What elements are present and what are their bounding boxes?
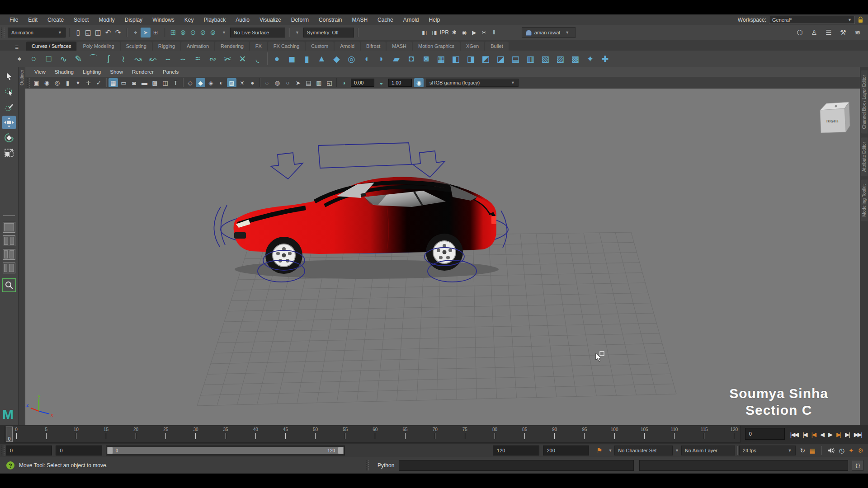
panel-toolbar-icon[interactable]: ▭ bbox=[119, 78, 128, 87]
move-tool[interactable] bbox=[2, 116, 16, 129]
file-icon[interactable]: ↷ bbox=[113, 28, 123, 38]
shelf-tab[interactable]: Arnold bbox=[335, 42, 360, 51]
view-cube[interactable]: RIGHT bbox=[820, 102, 850, 133]
menu-item[interactable]: Arnold bbox=[399, 15, 423, 24]
shelf-tool-icon[interactable]: ▧ bbox=[538, 52, 553, 66]
viewport-3d-canvas[interactable]: RIGHT y x z bbox=[25, 89, 860, 425]
shelf-tool-icon[interactable]: ✎ bbox=[71, 52, 86, 66]
selection-mode-icon[interactable]: ⌖ bbox=[131, 28, 141, 38]
panel-toolbar-icon[interactable]: ◱ bbox=[325, 78, 334, 87]
current-time-indicator[interactable]: 0 bbox=[6, 427, 13, 442]
panel-menu-item[interactable]: Shading bbox=[50, 68, 78, 75]
chevron-down-icon[interactable]: ▼ bbox=[295, 30, 299, 35]
menu-item[interactable]: Windows bbox=[148, 15, 179, 24]
snap-icon[interactable]: ⊘ bbox=[198, 28, 208, 38]
shelf-tool-icon[interactable]: ✂ bbox=[220, 52, 235, 66]
menu-item[interactable]: Visualize bbox=[255, 15, 285, 24]
exposure-field[interactable]: 0.00 bbox=[351, 79, 374, 87]
scale-tool[interactable] bbox=[2, 146, 16, 160]
shelf-tool-icon[interactable]: ▦ bbox=[434, 52, 448, 66]
zoom-layout-button[interactable] bbox=[2, 278, 16, 292]
range-end-handle[interactable] bbox=[338, 447, 344, 454]
menu-item[interactable]: Constrain bbox=[315, 15, 346, 24]
shelf-tool-icon[interactable]: ◙ bbox=[419, 52, 434, 66]
shelf-gear-icon[interactable]: ✱ bbox=[13, 56, 26, 61]
panel-menu-item[interactable]: Show bbox=[105, 68, 127, 75]
playback-start-field[interactable]: 0 bbox=[56, 446, 102, 455]
playback-button[interactable]: ▶| bbox=[835, 430, 842, 439]
time-snap-icon[interactable]: ◷ bbox=[839, 447, 844, 454]
menu-item[interactable]: File bbox=[5, 15, 22, 24]
shelf-tab[interactable]: Bullet bbox=[485, 42, 509, 51]
chevron-down-icon[interactable]: ▼ bbox=[675, 448, 679, 453]
shelf-tool-icon[interactable]: ∫ bbox=[101, 52, 116, 66]
panel-menu-item[interactable]: Renderer bbox=[127, 68, 158, 75]
auto-keyframe-icon[interactable]: ▦ bbox=[809, 447, 815, 454]
selection-mode-icon[interactable]: ➤ bbox=[141, 28, 151, 38]
menu-item[interactable]: Create bbox=[43, 15, 68, 24]
shelf-tool-icon[interactable]: ▲ bbox=[314, 52, 329, 66]
shelf-tool-icon[interactable]: ● bbox=[269, 52, 284, 66]
menu-item[interactable]: Cache bbox=[373, 15, 397, 24]
panel-toolbar-icon[interactable]: ◐ bbox=[217, 78, 226, 87]
shelf-tool-icon[interactable]: ⌣ bbox=[160, 52, 175, 66]
render-icon[interactable]: ◉ bbox=[459, 28, 469, 38]
panel-toolbar-icon[interactable]: ▤ bbox=[304, 78, 313, 87]
symmetry-select[interactable]: Symmetry: Off bbox=[303, 28, 354, 38]
shelf-tab[interactable]: Motion Graphics bbox=[413, 42, 460, 51]
panel-toolbar-icon[interactable]: ◫ bbox=[160, 78, 170, 87]
select-tool[interactable] bbox=[2, 70, 16, 83]
menu-item[interactable]: Key bbox=[180, 15, 198, 24]
shelf-tool-icon[interactable]: ⌒ bbox=[86, 52, 101, 66]
shelf-tool-icon[interactable]: ◖ bbox=[359, 52, 374, 66]
shelf-tab[interactable]: Rendering bbox=[215, 42, 249, 51]
file-icon[interactable]: ◫ bbox=[93, 28, 103, 38]
panel-toolbar-icon[interactable]: ◇ bbox=[185, 78, 195, 87]
sidebar-toggle-icon[interactable]: ≋ bbox=[853, 28, 863, 38]
contrast-icon[interactable]: ◒ bbox=[377, 78, 386, 87]
shelf-tool-icon[interactable]: ↝ bbox=[131, 52, 146, 66]
shelf-tool-icon[interactable]: ▤ bbox=[508, 52, 523, 66]
current-frame-field[interactable]: 0 bbox=[745, 428, 785, 440]
menu-item[interactable]: Deform bbox=[287, 15, 313, 24]
contrast-field[interactable]: 1.00 bbox=[388, 79, 412, 87]
shelf-tab[interactable]: FX Caching bbox=[268, 42, 305, 51]
menu-item[interactable]: Help bbox=[425, 15, 444, 24]
playback-button[interactable]: |◀◀ bbox=[788, 430, 800, 439]
shelf-tool-icon[interactable]: ✦ bbox=[583, 52, 598, 66]
panel-toolbar-icon[interactable]: ▮ bbox=[63, 78, 72, 87]
shelf-tool-icon[interactable]: ◗ bbox=[374, 52, 389, 66]
range-start-handle[interactable] bbox=[107, 447, 113, 454]
shelf-menu-icon[interactable]: ☰ bbox=[11, 46, 23, 50]
menu-item[interactable]: Audio bbox=[231, 15, 254, 24]
outliner-panel-collapsed[interactable]: Outliner bbox=[18, 67, 25, 425]
shelf-tab[interactable]: MASH bbox=[387, 42, 412, 51]
shelf-tool-icon[interactable]: ◘ bbox=[404, 52, 419, 66]
file-icon[interactable]: ▯ bbox=[73, 28, 83, 38]
panel-menu-item[interactable]: Panels bbox=[158, 68, 183, 75]
render-icon[interactable]: ✂ bbox=[479, 28, 489, 38]
panel-toolbar-icon[interactable]: ☀ bbox=[237, 78, 247, 87]
sidebar-toggle-icon[interactable]: ⚒ bbox=[838, 28, 848, 38]
panel-toolbar-icon[interactable]: ▩ bbox=[150, 78, 160, 87]
playback-button[interactable]: |◀ bbox=[801, 430, 808, 439]
workspace-select[interactable]: General* ▼ bbox=[769, 16, 855, 24]
playback-loop-icon[interactable]: ↻ bbox=[800, 447, 806, 454]
timeline-ruler[interactable]: 0 0 5 10 bbox=[5, 426, 741, 443]
shelf-tool-icon[interactable]: ◨ bbox=[463, 52, 478, 66]
playback-button[interactable]: ◀ bbox=[818, 430, 826, 439]
shelf-tool-icon[interactable]: ▥ bbox=[523, 52, 538, 66]
lasso-tool[interactable] bbox=[2, 85, 16, 99]
shelf-tab[interactable]: FX bbox=[250, 42, 267, 51]
set-key-icon[interactable]: ⚑ bbox=[596, 446, 602, 455]
shelf-tool-icon[interactable]: ◼ bbox=[284, 52, 299, 66]
sidebar-toggle-icon[interactable]: ♙ bbox=[809, 28, 819, 38]
shelf-tool-icon[interactable]: ◟ bbox=[250, 52, 265, 66]
panel-toolbar-icon[interactable]: ◌ bbox=[262, 78, 272, 87]
panel-toolbar-icon[interactable]: ✦ bbox=[73, 78, 83, 87]
command-input[interactable] bbox=[399, 460, 634, 471]
shelf-tool-icon[interactable]: ◪ bbox=[493, 52, 508, 66]
shelf-tool-icon[interactable]: ◎ bbox=[344, 52, 359, 66]
grip-handle[interactable] bbox=[366, 460, 369, 470]
playback-button[interactable]: ▶▶| bbox=[852, 430, 863, 439]
